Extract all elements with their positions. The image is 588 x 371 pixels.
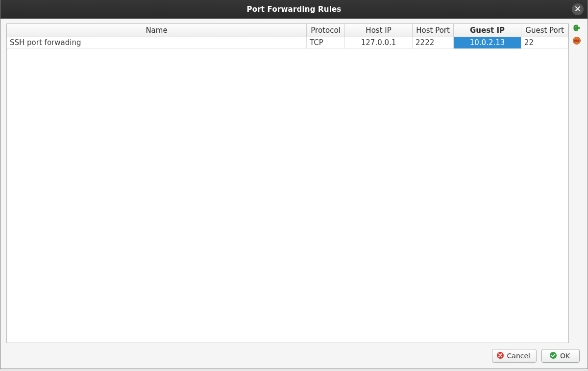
col-header-guest-ip[interactable]: Guest IP — [454, 24, 521, 37]
ok-button[interactable]: OK — [541, 349, 580, 363]
col-header-name[interactable]: Name — [7, 24, 307, 37]
close-button[interactable] — [572, 3, 584, 15]
window-title: Port Forwarding Rules — [247, 5, 342, 14]
cell-host-ip[interactable]: 127.0.0.1 — [345, 37, 413, 48]
col-header-protocol[interactable]: Protocol — [307, 24, 345, 37]
cell-host-port[interactable]: 2222 — [413, 37, 454, 48]
cancel-button[interactable]: Cancel — [492, 349, 537, 363]
col-header-host-ip[interactable]: Host IP — [345, 24, 413, 37]
ok-label: OK — [560, 352, 570, 360]
col-header-host-port[interactable]: Host Port — [413, 24, 454, 37]
dialog-footer: Cancel OK — [0, 345, 588, 369]
rules-table[interactable]: Name Protocol Host IP Host Port Guest IP… — [7, 24, 568, 49]
svg-rect-1 — [574, 27, 580, 29]
col-header-guest-port[interactable]: Guest Port — [521, 24, 568, 37]
cell-guest-port[interactable]: 22 — [521, 37, 568, 48]
cell-name[interactable]: SSH port forwading — [7, 37, 307, 48]
cancel-label: Cancel — [507, 352, 530, 360]
content-area: Name Protocol Host IP Host Port Guest IP… — [0, 19, 588, 345]
side-toolbar — [572, 23, 582, 343]
rules-table-wrap: Name Protocol Host IP Host Port Guest IP… — [6, 23, 569, 343]
remove-icon — [572, 36, 581, 46]
cancel-icon — [496, 351, 504, 361]
table-row[interactable]: SSH port forwading TCP 127.0.0.1 2222 10… — [7, 37, 568, 48]
add-rule-button[interactable] — [572, 23, 582, 33]
cell-guest-ip[interactable]: 10.0.2.13 — [454, 37, 521, 48]
add-icon — [572, 23, 581, 34]
svg-rect-5 — [574, 40, 579, 41]
ok-icon — [549, 351, 557, 361]
cell-protocol[interactable]: TCP — [307, 37, 345, 48]
remove-rule-button[interactable] — [572, 36, 582, 46]
titlebar: Port Forwarding Rules — [0, 0, 588, 19]
port-forwarding-window: Port Forwarding Rules Name Protocol Host… — [0, 0, 588, 369]
svg-point-7 — [550, 352, 557, 359]
close-icon — [575, 6, 581, 13]
